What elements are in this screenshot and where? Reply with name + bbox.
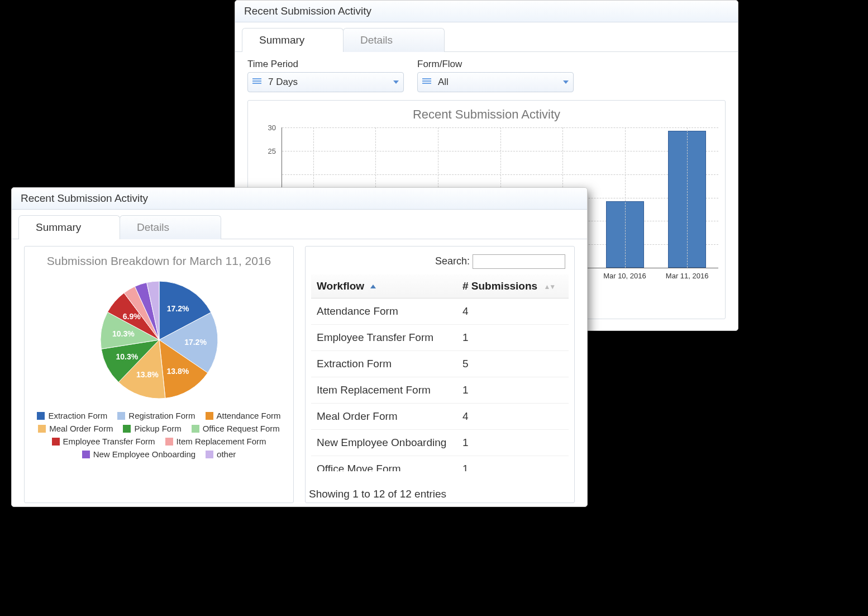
legend-item: Attendance Form [206,411,281,420]
pie-slice-label: 13.8% [166,367,189,376]
legend-item: Registration Form [117,411,195,420]
legend-swatch [206,412,213,420]
pie-legend: Extraction FormRegistration FormAttendan… [30,411,288,459]
table-header-row: Workflow # Submissions ▲▼ [311,274,569,298]
search-input[interactable] [473,254,565,269]
col-submissions[interactable]: # Submissions ▲▼ [457,274,569,298]
sort-asc-icon [370,285,376,288]
cell-submissions: 4 [457,404,569,430]
legend-item: other [206,449,236,459]
cell-workflow: Item Replacement Form [311,377,457,404]
legend-swatch [165,438,173,446]
chevron-down-icon [563,80,569,84]
cell-workflow: Attendance Form [311,298,457,325]
pie-slice-label: 17.2% [184,338,207,347]
table-row[interactable]: Employee Transfer Form1 [311,325,569,351]
legend-item: New Employee Onboarding [82,449,195,459]
pie-slice-label: 13.8% [136,370,159,379]
cell-submissions: 5 [457,351,569,377]
chevron-down-icon [393,80,399,84]
filter-time-period-value: 7 Days [268,77,393,88]
legend-label: Extraction Form [48,411,107,420]
col-workflow[interactable]: Workflow [311,274,457,298]
legend-item: Extraction Form [37,411,107,420]
search-label: Search: [435,255,470,267]
col-submissions-label: # Submissions [462,280,537,292]
y-tick: 25 [268,147,276,155]
table-row[interactable]: Meal Order Form4 [311,404,569,430]
back-tab-strip: Summary Details [235,22,738,52]
cell-workflow: Meal Order Form [311,404,457,430]
table-row[interactable]: Office Move Form1 [311,456,569,472]
front-tab-details[interactable]: Details [120,215,221,239]
front-panel: Recent Submission Activity Summary Detai… [11,187,588,507]
cell-workflow: Employee Transfer Form [311,325,457,351]
pie-slice-label: 10.3% [112,329,134,338]
legend-label: Office Request Form [203,424,280,433]
pie-chart: 17.2%17.2%13.8%13.8%10.3%10.3%6.9% [95,276,223,404]
pie-slice-label: 6.9% [122,312,140,321]
pie-slice-label: 10.3% [116,352,138,361]
legend-swatch [192,425,199,433]
front-tab-summary[interactable]: Summary [18,215,120,239]
back-panel-title: Recent Submission Activity [235,1,738,22]
legend-label: other [217,449,236,459]
legend-label: Attendance Form [217,411,281,420]
cell-workflow: New Employee Onboarding [311,430,457,456]
cell-submissions: 1 [457,377,569,404]
filter-time-period-select[interactable]: 7 Days [247,72,404,92]
legend-swatch [123,425,131,433]
cell-workflow: Office Move Form [311,456,457,472]
legend-label: Registration Form [128,411,195,420]
col-workflow-label: Workflow [317,280,364,292]
table-footer: Showing 1 to 12 of 12 entries [309,488,446,500]
pie-slice-label: 17.2% [166,304,189,313]
legend-swatch [37,412,45,420]
x-label: Mar 11, 2016 [656,268,718,284]
legend-swatch [82,451,90,458]
list-icon [252,78,263,86]
legend-swatch [117,412,125,420]
x-label: Mar 10, 2016 [594,268,656,284]
front-tab-body: Submission Breakdown for March 11, 2016 … [12,239,587,514]
pie-title: Submission Breakdown for March 11, 2016 [30,254,288,268]
filter-form-flow-label: Form/Flow [417,59,574,70]
back-tab-details[interactable]: Details [343,28,445,52]
legend-item: Office Request Form [192,424,280,433]
legend-item: Employee Transfer Form [52,437,155,446]
sort-both-icon: ▲▼ [543,283,555,291]
back-tab-summary[interactable]: Summary [242,28,344,52]
table-row[interactable]: Item Replacement Form1 [311,377,569,404]
pie-card: Submission Breakdown for March 11, 2016 … [24,246,294,503]
cell-submissions: 1 [457,456,569,472]
legend-label: Meal Order Form [49,424,113,433]
legend-swatch [206,451,213,458]
filter-form-flow-select[interactable]: All [417,72,574,92]
legend-item: Pickup Form [123,424,181,433]
legend-label: New Employee Onboarding [93,449,195,459]
legend-swatch [52,438,60,446]
cell-workflow: Extraction Form [311,351,457,377]
legend-swatch [38,425,46,433]
table-row[interactable]: Extraction Form5 [311,351,569,377]
submissions-table: Workflow # Submissions ▲▼ Attendance For… [311,274,569,471]
filter-time-period-label: Time Period [247,59,404,70]
table-row[interactable]: Attendance Form4 [311,298,569,325]
list-icon [422,78,432,86]
bar-chart-title: Recent Submission Activity [255,107,718,122]
legend-label: Item Replacement Form [177,437,266,446]
front-tab-strip: Summary Details [12,210,587,239]
filter-form-flow-value: All [438,77,563,88]
cell-submissions: 1 [457,325,569,351]
legend-item: Meal Order Form [38,424,113,433]
legend-item: Item Replacement Form [165,437,266,446]
cell-submissions: 1 [457,430,569,456]
front-panel-title: Recent Submission Activity [12,188,587,210]
y-tick: 30 [268,124,276,132]
legend-label: Pickup Form [134,424,181,433]
cell-submissions: 4 [457,298,569,325]
table-card: Search: Workflow # Submissions [305,246,575,503]
table-row[interactable]: New Employee Onboarding1 [311,430,569,456]
legend-label: Employee Transfer Form [63,437,155,446]
